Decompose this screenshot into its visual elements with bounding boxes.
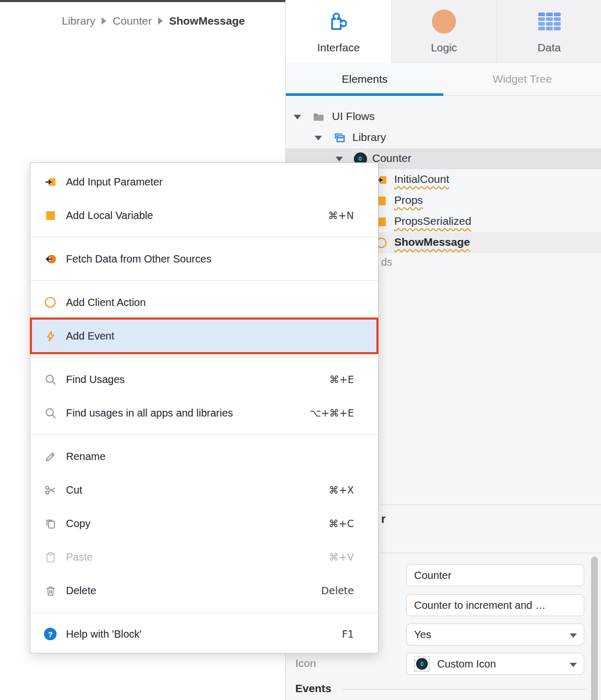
service-studio-window: { "breadcrumb": { "items": ["Library", "… xyxy=(0,0,601,700)
collapse-triangle-icon[interactable] xyxy=(294,115,301,119)
menu-item-fetch-data[interactable]: Fetch Data from Other Sources xyxy=(30,242,378,276)
shortcut-label: ⌘+C xyxy=(329,518,354,529)
tree-label-showmessage: ShowMessage xyxy=(394,236,470,248)
tab-data[interactable]: Data xyxy=(496,0,601,63)
menu-item-copy[interactable]: Copy ⌘+C xyxy=(30,507,378,540)
context-menu: Add Input Parameter Add Local Variable ⌘… xyxy=(30,162,379,653)
breadcrumb-library[interactable]: Library xyxy=(62,15,95,27)
tree-label-initialcount: InitialCount xyxy=(394,173,449,185)
custom-icon-preview: 0 xyxy=(414,656,430,672)
input-parameter-icon xyxy=(43,176,58,188)
menu-item-help[interactable]: ? Help with 'Block' F1 xyxy=(30,617,378,651)
pencil-icon xyxy=(43,451,58,463)
data-table-icon xyxy=(538,9,561,34)
fetch-data-icon xyxy=(43,253,58,265)
panel-tabs: Elements Widget Tree xyxy=(286,63,601,96)
icon-dropdown-value: Custom Icon xyxy=(437,658,496,670)
chevron-down-icon xyxy=(570,633,577,638)
menu-separator xyxy=(30,280,378,281)
tab-interface[interactable]: Interface xyxy=(286,0,391,63)
icon-property-label: Icon xyxy=(295,657,316,670)
copy-icon xyxy=(43,518,58,530)
library-icon xyxy=(332,131,346,145)
tab-widget-tree[interactable]: Widget Tree xyxy=(443,63,601,95)
tab-interface-label: Interface xyxy=(317,41,360,54)
menu-item-find-usages-all[interactable]: Find usages in all apps and libraries ⌥+… xyxy=(30,396,378,430)
shortcut-label: ⌘+N xyxy=(328,210,354,221)
event-bolt-icon xyxy=(43,330,58,342)
tab-logic[interactable]: Logic xyxy=(391,0,496,63)
help-icon: ? xyxy=(43,628,58,640)
menu-separator xyxy=(30,357,378,358)
shortcut-label: Delete xyxy=(321,585,354,596)
properties-title-clipped: r xyxy=(381,512,386,526)
description-input[interactable] xyxy=(406,594,584,616)
collapse-triangle-icon[interactable] xyxy=(315,136,322,140)
client-action-icon xyxy=(43,296,58,309)
tab-elements[interactable]: Elements xyxy=(286,63,443,95)
public-dropdown[interactable]: Yes xyxy=(406,624,584,646)
menu-item-delete[interactable]: Delete Delete xyxy=(30,574,378,607)
shortcut-label: ⌘+V xyxy=(329,551,354,563)
menu-item-paste: Paste ⌘+V xyxy=(30,540,378,574)
window-top-edge xyxy=(0,0,285,2)
tab-logic-label: Logic xyxy=(431,41,457,54)
tree-label-ui-flows: UI Flows xyxy=(332,110,375,123)
menu-item-add-input-parameter[interactable]: Add Input Parameter xyxy=(30,165,378,199)
collapse-triangle-icon[interactable] xyxy=(336,157,343,161)
breadcrumb-showmessage: ShowMessage xyxy=(169,15,245,27)
shortcut-label: ⌘+X xyxy=(329,484,354,496)
tree-row-ui-flows[interactable]: UI Flows xyxy=(286,106,601,127)
puzzle-icon xyxy=(328,9,350,34)
scissors-icon xyxy=(43,484,58,496)
menu-item-rename[interactable]: Rename xyxy=(30,440,378,473)
menu-separator xyxy=(30,237,378,237)
local-variable-icon xyxy=(43,210,58,222)
name-input[interactable] xyxy=(406,564,584,586)
menu-item-add-client-action[interactable]: Add Client Action xyxy=(30,286,378,319)
menu-item-cut[interactable]: Cut ⌘+X xyxy=(30,473,378,507)
menu-item-find-usages[interactable]: Find Usages ⌘+E xyxy=(30,363,378,396)
shortcut-label: F1 xyxy=(342,628,354,640)
search-icon xyxy=(43,407,58,419)
folder-icon xyxy=(311,110,325,124)
menu-separator xyxy=(30,434,378,435)
tree-label-props: Props xyxy=(394,194,423,206)
public-dropdown-value: Yes xyxy=(414,629,431,641)
breadcrumb: Library Counter ShowMessage xyxy=(62,15,245,27)
shortcut-label: ⌘+E xyxy=(329,374,354,385)
main-tabs: Interface Logic Data xyxy=(286,0,601,63)
icon-dropdown[interactable]: 0 Custom Icon xyxy=(406,653,584,675)
shortcut-label: ⌥+⌘+E xyxy=(309,407,354,419)
events-section-line xyxy=(342,689,586,690)
chevron-down-icon xyxy=(570,663,577,667)
logic-circle-icon xyxy=(432,9,456,34)
chevron-right-icon xyxy=(158,17,163,25)
menu-item-add-local-variable[interactable]: Add Local Variable ⌘+N xyxy=(30,199,378,232)
breadcrumb-counter[interactable]: Counter xyxy=(113,15,152,27)
tree-row-library[interactable]: Library xyxy=(286,127,601,148)
tab-data-label: Data xyxy=(538,41,561,54)
menu-item-add-event[interactable]: Add Event xyxy=(30,319,378,353)
tree-label-library: Library xyxy=(352,131,386,144)
scrollbar-thumb[interactable] xyxy=(591,556,598,700)
chevron-right-icon xyxy=(102,17,106,25)
clipboard-icon xyxy=(43,551,58,563)
events-section-header: Events xyxy=(295,682,331,695)
trash-icon xyxy=(43,585,58,597)
menu-separator xyxy=(30,612,378,612)
tree-label-propsserialized: PropsSerialized xyxy=(394,215,471,227)
tree-clipped-text: ds xyxy=(381,256,392,268)
search-icon xyxy=(43,374,58,386)
